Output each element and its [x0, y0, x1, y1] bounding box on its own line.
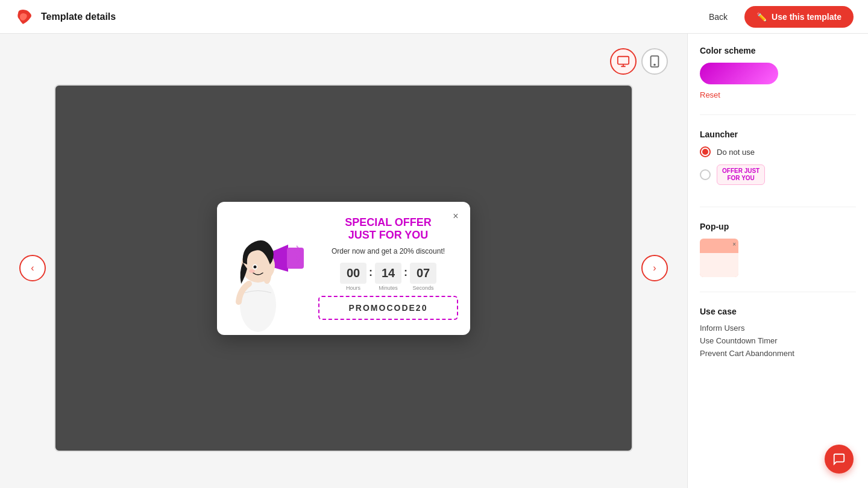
popup-title-line1: SPECIAL OFFER — [345, 216, 432, 228]
desktop-icon — [617, 55, 630, 68]
close-icon: × — [453, 211, 458, 222]
color-swatch[interactable] — [700, 63, 778, 84]
header-left: Template details — [14, 7, 116, 27]
woman-illustration — [222, 211, 309, 335]
prev-button[interactable]: ‹ — [19, 255, 46, 281]
minutes-value: 14 — [375, 263, 401, 284]
chat-button[interactable] — [825, 445, 854, 474]
launcher-option-badge[interactable]: OFFER JUSTFOR YOU — [700, 164, 856, 185]
launcher-section: Launcher Do not use OFFER JUSTFOR YOU — [700, 130, 856, 207]
launcher-option-do-not-use[interactable]: Do not use — [700, 146, 856, 157]
main-layout: ‹ › × — [0, 34, 868, 488]
pencil-icon: ✏️ — [756, 12, 767, 22]
popup-title: SPECIAL OFFER JUST FOR YOU — [345, 216, 432, 242]
popup-section: Pop-up × — [700, 222, 856, 292]
svg-point-2 — [654, 64, 655, 66]
countdown-wrapper: 00 Hours : 14 Minutes : 07 Seconds — [340, 263, 436, 291]
header: Template details Back ✏️ Use this templa… — [0, 0, 868, 34]
color-scheme-section: Color scheme Reset — [700, 46, 856, 115]
seconds-value: 07 — [410, 263, 436, 284]
page-title: Template details — [41, 11, 116, 22]
radio-do-not-use — [700, 146, 711, 157]
popup-close-button[interactable]: × — [448, 209, 463, 224]
launcher-do-not-use-label: Do not use — [717, 148, 755, 157]
sidebar: Color scheme Reset Launcher Do not use O… — [687, 34, 868, 488]
seconds-block: 07 Seconds — [410, 263, 436, 291]
popup-subtitle: Order now and get a 20% discount! — [332, 247, 445, 255]
next-icon: › — [653, 263, 656, 274]
use-template-button[interactable]: ✏️ Use this template — [744, 6, 854, 28]
header-right: Back ✏️ Use this template — [699, 6, 854, 28]
chat-icon — [832, 452, 846, 466]
popup-left — [217, 202, 313, 335]
svg-rect-0 — [618, 57, 629, 64]
mobile-icon — [648, 55, 661, 68]
launcher-badge-preview: OFFER JUSTFOR YOU — [717, 164, 765, 185]
device-toggles — [610, 48, 668, 75]
use-case-item-2: Use Countdown Timer — [700, 336, 856, 345]
use-case-item-3: Prevent Cart Abandonment — [700, 349, 856, 358]
use-template-label: Use this template — [772, 12, 841, 22]
popup-thumbnail[interactable]: × — [700, 239, 738, 277]
minutes-block: 14 Minutes — [375, 263, 401, 291]
use-case-title: Use case — [700, 307, 856, 316]
svg-point-11 — [249, 269, 255, 273]
svg-point-10 — [253, 265, 256, 268]
desktop-toggle[interactable] — [610, 48, 637, 75]
mobile-toggle[interactable] — [641, 48, 668, 75]
sep1: : — [369, 266, 373, 279]
reset-link[interactable]: Reset — [700, 90, 720, 99]
back-button[interactable]: Back — [699, 7, 737, 27]
canvas-wrapper: ‹ › × — [54, 84, 633, 452]
promo-code: PROMOCODE20 — [318, 296, 458, 320]
hours-block: 00 Hours — [340, 263, 366, 291]
sep2: : — [404, 266, 407, 279]
radio-inner-do-not-use — [702, 149, 708, 155]
popup-modal: × — [217, 202, 470, 335]
next-button[interactable]: › — [641, 255, 668, 281]
hours-label: Hours — [346, 285, 360, 291]
use-case-item-1: Inform Users — [700, 324, 856, 333]
popup-title-label: Pop-up — [700, 222, 856, 231]
minutes-label: Minutes — [379, 285, 398, 291]
popup-title-line2: JUST FOR YOU — [348, 229, 429, 241]
thumb-content — [700, 253, 738, 277]
logo-icon — [14, 7, 34, 27]
preview-area: ‹ › × — [0, 34, 687, 488]
launcher-title: Launcher — [700, 130, 856, 139]
radio-badge — [700, 169, 711, 180]
hours-value: 00 — [340, 263, 366, 284]
color-scheme-title: Color scheme — [700, 46, 856, 55]
use-case-section: Use case Inform Users Use Countdown Time… — [700, 307, 856, 376]
seconds-label: Seconds — [412, 285, 433, 291]
thumb-close-icon: × — [732, 241, 736, 248]
prev-icon: ‹ — [31, 263, 34, 274]
popup-right: SPECIAL OFFER JUST FOR YOU Order now and… — [313, 202, 470, 335]
